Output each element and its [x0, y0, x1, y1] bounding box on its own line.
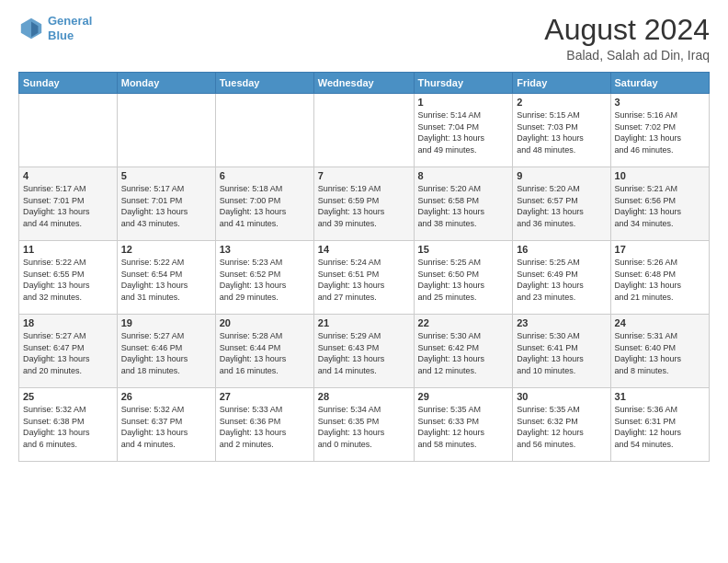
calendar-cell: 7Sunrise: 5:19 AM Sunset: 6:59 PM Daylig…	[313, 167, 414, 241]
calendar-cell: 4Sunrise: 5:17 AM Sunset: 7:01 PM Daylig…	[19, 167, 118, 241]
day-number: 11	[23, 244, 113, 255]
day-info: Sunrise: 5:16 AM Sunset: 7:02 PM Dayligh…	[615, 109, 705, 155]
day-number: 13	[220, 244, 310, 255]
day-info: Sunrise: 5:19 AM Sunset: 6:59 PM Dayligh…	[318, 183, 410, 229]
day-number: 24	[615, 317, 705, 328]
day-number: 6	[220, 170, 310, 181]
day-info: Sunrise: 5:22 AM Sunset: 6:54 PM Dayligh…	[121, 257, 211, 303]
logo-icon	[18, 16, 44, 41]
day-number: 2	[517, 97, 606, 108]
day-info: Sunrise: 5:34 AM Sunset: 6:35 PM Dayligh…	[318, 404, 410, 450]
calendar-cell: 31Sunrise: 5:36 AM Sunset: 6:31 PM Dayli…	[610, 388, 709, 462]
day-info: Sunrise: 5:23 AM Sunset: 6:52 PM Dayligh…	[220, 257, 310, 303]
calendar-cell: 5Sunrise: 5:17 AM Sunset: 7:01 PM Daylig…	[117, 167, 215, 241]
day-number: 25	[23, 391, 113, 402]
day-info: Sunrise: 5:20 AM Sunset: 6:57 PM Dayligh…	[517, 183, 606, 229]
day-info: Sunrise: 5:20 AM Sunset: 6:58 PM Dayligh…	[418, 183, 509, 229]
calendar-cell	[313, 94, 414, 167]
day-number: 22	[418, 317, 509, 328]
calendar-cell: 12Sunrise: 5:22 AM Sunset: 6:54 PM Dayli…	[117, 241, 215, 315]
day-info: Sunrise: 5:18 AM Sunset: 7:00 PM Dayligh…	[220, 183, 310, 229]
day-number: 16	[517, 244, 606, 255]
calendar-cell: 8Sunrise: 5:20 AM Sunset: 6:58 PM Daylig…	[414, 167, 513, 241]
day-number: 21	[318, 317, 410, 328]
logo-line1: General	[48, 14, 92, 28]
day-number: 15	[418, 244, 509, 255]
calendar-cell: 13Sunrise: 5:23 AM Sunset: 6:52 PM Dayli…	[215, 241, 313, 315]
calendar-cell	[215, 94, 313, 167]
day-info: Sunrise: 5:24 AM Sunset: 6:51 PM Dayligh…	[318, 257, 410, 303]
calendar-day-header: Sunday	[19, 73, 118, 94]
day-number: 27	[220, 391, 310, 402]
calendar-cell: 30Sunrise: 5:35 AM Sunset: 6:32 PM Dayli…	[513, 388, 610, 462]
day-number: 7	[318, 170, 410, 181]
day-info: Sunrise: 5:29 AM Sunset: 6:43 PM Dayligh…	[318, 330, 410, 376]
calendar-cell: 14Sunrise: 5:24 AM Sunset: 6:51 PM Dayli…	[313, 241, 414, 315]
day-info: Sunrise: 5:21 AM Sunset: 6:56 PM Dayligh…	[615, 183, 705, 229]
title-block: August 2024 Balad, Salah ad Din, Iraq	[544, 14, 710, 63]
day-number: 4	[23, 170, 113, 181]
calendar-cell	[19, 94, 118, 167]
calendar-cell: 11Sunrise: 5:22 AM Sunset: 6:55 PM Dayli…	[19, 241, 118, 315]
calendar-cell: 23Sunrise: 5:30 AM Sunset: 6:41 PM Dayli…	[513, 315, 610, 388]
calendar-cell: 6Sunrise: 5:18 AM Sunset: 7:00 PM Daylig…	[215, 167, 313, 241]
day-info: Sunrise: 5:17 AM Sunset: 7:01 PM Dayligh…	[121, 183, 211, 229]
day-info: Sunrise: 5:22 AM Sunset: 6:55 PM Dayligh…	[23, 257, 113, 303]
calendar-cell: 20Sunrise: 5:28 AM Sunset: 6:44 PM Dayli…	[215, 315, 313, 388]
page: General Blue August 2024 Balad, Salah ad…	[0, 0, 728, 563]
calendar-cell: 18Sunrise: 5:27 AM Sunset: 6:47 PM Dayli…	[19, 315, 118, 388]
calendar-week-row: 1Sunrise: 5:14 AM Sunset: 7:04 PM Daylig…	[19, 94, 710, 167]
day-number: 18	[23, 317, 113, 328]
calendar-day-header: Friday	[513, 73, 610, 94]
calendar-day-header: Monday	[117, 73, 215, 94]
calendar-cell: 21Sunrise: 5:29 AM Sunset: 6:43 PM Dayli…	[313, 315, 414, 388]
calendar-cell: 3Sunrise: 5:16 AM Sunset: 7:02 PM Daylig…	[610, 94, 709, 167]
day-number: 8	[418, 170, 509, 181]
calendar-cell: 1Sunrise: 5:14 AM Sunset: 7:04 PM Daylig…	[414, 94, 513, 167]
day-number: 19	[121, 317, 211, 328]
calendar-cell: 9Sunrise: 5:20 AM Sunset: 6:57 PM Daylig…	[513, 167, 610, 241]
day-info: Sunrise: 5:30 AM Sunset: 6:42 PM Dayligh…	[418, 330, 509, 376]
calendar-day-header: Tuesday	[215, 73, 313, 94]
calendar-cell: 22Sunrise: 5:30 AM Sunset: 6:42 PM Dayli…	[414, 315, 513, 388]
header: General Blue August 2024 Balad, Salah ad…	[18, 14, 710, 63]
day-number: 29	[418, 391, 509, 402]
day-number: 31	[615, 391, 705, 402]
logo: General Blue	[18, 14, 92, 42]
day-number: 30	[517, 391, 606, 402]
calendar-cell: 15Sunrise: 5:25 AM Sunset: 6:50 PM Dayli…	[414, 241, 513, 315]
day-info: Sunrise: 5:17 AM Sunset: 7:01 PM Dayligh…	[23, 183, 113, 229]
day-info: Sunrise: 5:33 AM Sunset: 6:36 PM Dayligh…	[220, 404, 310, 450]
calendar-cell: 2Sunrise: 5:15 AM Sunset: 7:03 PM Daylig…	[513, 94, 610, 167]
subtitle: Balad, Salah ad Din, Iraq	[544, 48, 710, 63]
logo-text: General Blue	[48, 14, 92, 42]
day-number: 1	[418, 97, 509, 108]
day-info: Sunrise: 5:30 AM Sunset: 6:41 PM Dayligh…	[517, 330, 606, 376]
day-number: 23	[517, 317, 606, 328]
day-number: 3	[615, 97, 705, 108]
calendar-cell: 27Sunrise: 5:33 AM Sunset: 6:36 PM Dayli…	[215, 388, 313, 462]
day-info: Sunrise: 5:25 AM Sunset: 6:49 PM Dayligh…	[517, 257, 606, 303]
day-number: 28	[318, 391, 410, 402]
calendar-cell: 26Sunrise: 5:32 AM Sunset: 6:37 PM Dayli…	[117, 388, 215, 462]
day-info: Sunrise: 5:28 AM Sunset: 6:44 PM Dayligh…	[220, 330, 310, 376]
calendar-cell: 28Sunrise: 5:34 AM Sunset: 6:35 PM Dayli…	[313, 388, 414, 462]
calendar-cell: 25Sunrise: 5:32 AM Sunset: 6:38 PM Dayli…	[19, 388, 118, 462]
calendar-cell: 16Sunrise: 5:25 AM Sunset: 6:49 PM Dayli…	[513, 241, 610, 315]
main-title: August 2024	[544, 14, 710, 46]
calendar-cell: 29Sunrise: 5:35 AM Sunset: 6:33 PM Dayli…	[414, 388, 513, 462]
day-number: 12	[121, 244, 211, 255]
day-info: Sunrise: 5:15 AM Sunset: 7:03 PM Dayligh…	[517, 109, 606, 155]
calendar-cell: 17Sunrise: 5:26 AM Sunset: 6:48 PM Dayli…	[610, 241, 709, 315]
day-number: 5	[121, 170, 211, 181]
calendar-day-header: Thursday	[414, 73, 513, 94]
logo-line2: Blue	[48, 29, 74, 42]
day-info: Sunrise: 5:36 AM Sunset: 6:31 PM Dayligh…	[615, 404, 705, 450]
calendar-day-header: Wednesday	[313, 73, 414, 94]
calendar-week-row: 25Sunrise: 5:32 AM Sunset: 6:38 PM Dayli…	[19, 388, 710, 462]
calendar-table: SundayMondayTuesdayWednesdayThursdayFrid…	[18, 72, 710, 462]
day-info: Sunrise: 5:27 AM Sunset: 6:47 PM Dayligh…	[23, 330, 113, 376]
calendar-header-row: SundayMondayTuesdayWednesdayThursdayFrid…	[19, 73, 710, 94]
calendar-week-row: 4Sunrise: 5:17 AM Sunset: 7:01 PM Daylig…	[19, 167, 710, 241]
day-info: Sunrise: 5:31 AM Sunset: 6:40 PM Dayligh…	[615, 330, 705, 376]
